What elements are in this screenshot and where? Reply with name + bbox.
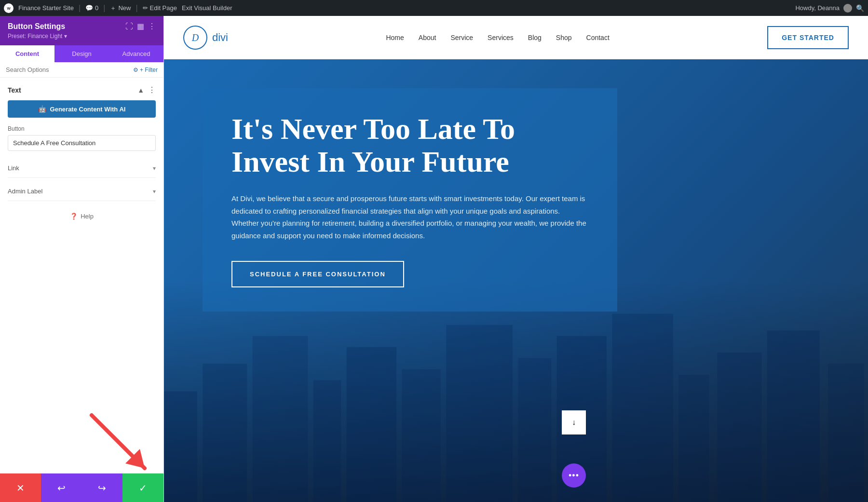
- svg-rect-11: [518, 358, 551, 502]
- filter-button[interactable]: ⚙ + Filter: [133, 67, 158, 73]
- redo-button[interactable]: ↪: [82, 474, 123, 502]
- ai-icon: 🤖: [38, 105, 46, 113]
- hero-description: At Divi, we believe that a secure and pr…: [231, 192, 588, 242]
- undo-button[interactable]: ↩: [41, 474, 82, 502]
- cancel-button[interactable]: ✕: [0, 474, 41, 502]
- panel-header: Button Settings ⛶ ▦ ⋮ Preset: Finance Li…: [0, 16, 163, 45]
- nav-services[interactable]: Services: [488, 34, 514, 41]
- more-options-icon[interactable]: ⋮: [148, 22, 156, 31]
- button-input-group: Button: [8, 125, 156, 151]
- comments-link[interactable]: 💬 0: [85, 4, 98, 12]
- help-section[interactable]: ❓ Help: [8, 205, 156, 228]
- site-name-link[interactable]: Finance Starter Site: [18, 4, 74, 12]
- admin-label-section: Admin Label ▾: [8, 182, 156, 201]
- right-content: D divi Home About Service Services Blog …: [164, 16, 868, 502]
- panel-title-row: Button Settings ⛶ ▦ ⋮: [8, 22, 156, 31]
- nav-home[interactable]: Home: [386, 34, 404, 41]
- admin-label-title: Admin Label: [8, 188, 42, 195]
- svg-text:W: W: [7, 6, 11, 10]
- text-section-header: Text ▲ ⋮: [8, 85, 156, 95]
- nav-shop[interactable]: Shop: [556, 34, 572, 41]
- edit-page-link[interactable]: ✏ Edit Page: [143, 4, 177, 12]
- columns-icon[interactable]: ▦: [137, 22, 144, 31]
- panel-icons: ⛶ ▦ ⋮: [125, 22, 156, 31]
- nav-contact[interactable]: Contact: [586, 34, 610, 41]
- logo-circle: D: [183, 26, 207, 50]
- buildings-decoration: [164, 281, 868, 502]
- svg-rect-15: [718, 353, 762, 502]
- svg-rect-6: [253, 336, 308, 502]
- new-link[interactable]: ＋ New: [110, 4, 131, 13]
- hero-cta-button[interactable]: SCHEDULE A FREE CONSULTATION: [231, 261, 404, 287]
- pencil-icon: ✏: [143, 4, 148, 12]
- fullscreen-icon[interactable]: ⛶: [125, 22, 133, 31]
- svg-rect-10: [446, 325, 513, 502]
- search-input[interactable]: [6, 66, 129, 73]
- tab-advanced[interactable]: Advanced: [109, 45, 163, 62]
- tab-design[interactable]: Design: [54, 45, 109, 62]
- chevron-down-icon-2: ▾: [153, 188, 156, 195]
- text-section-title: Text: [8, 86, 21, 94]
- panel-search: ⚙ + Filter: [0, 62, 163, 78]
- link-section-title: Link: [8, 164, 19, 172]
- link-section-header[interactable]: Link ▾: [8, 159, 156, 177]
- scroll-down-button[interactable]: ↓: [562, 410, 586, 434]
- button-input-label: Button: [8, 125, 156, 132]
- tab-content[interactable]: Content: [0, 45, 54, 62]
- svg-rect-8: [347, 347, 396, 502]
- help-icon: ❓: [70, 213, 78, 220]
- purple-dots-button[interactable]: •••: [562, 463, 586, 488]
- svg-rect-14: [678, 375, 709, 502]
- svg-rect-13: [612, 314, 673, 502]
- hero-title: It's Never Too Late To Invest In Your Fu…: [231, 112, 588, 178]
- svg-rect-4: [164, 392, 197, 502]
- admin-label-section-header[interactable]: Admin Label ▾: [8, 182, 156, 201]
- exit-builder-link[interactable]: Exit Visual Builder: [182, 4, 232, 12]
- howdy-text: Howdy, Deanna: [795, 4, 840, 12]
- hero-content: It's Never Too Late To Invest In Your Fu…: [203, 88, 617, 312]
- button-text-input[interactable]: [8, 135, 156, 151]
- panel-bottom: ✕ ↩ ↪ ✓: [0, 473, 163, 502]
- hero-section: It's Never Too Late To Invest In Your Fu…: [164, 59, 868, 502]
- plus-icon: ＋: [110, 4, 116, 13]
- wordpress-logo[interactable]: W: [4, 3, 14, 13]
- user-avatar[interactable]: [843, 4, 852, 13]
- admin-bar: W Finance Starter Site | 💬 0 | ＋ New | ✏…: [0, 0, 868, 16]
- admin-bar-right: Howdy, Deanna 🔍: [795, 4, 864, 13]
- svg-rect-7: [313, 380, 341, 502]
- section-controls: ▲ ⋮: [137, 85, 156, 95]
- nav-service[interactable]: Service: [450, 34, 473, 41]
- panel-title: Button Settings: [8, 22, 65, 31]
- link-section: Link ▾: [8, 159, 156, 178]
- save-button[interactable]: ✓: [122, 474, 163, 502]
- section-more-button[interactable]: ⋮: [148, 85, 156, 95]
- left-panel: Button Settings ⛶ ▦ ⋮ Preset: Finance Li…: [0, 16, 164, 502]
- collapse-button[interactable]: ▲: [137, 86, 144, 94]
- site-logo: D divi: [183, 26, 228, 50]
- main-container: Button Settings ⛶ ▦ ⋮ Preset: Finance Li…: [0, 16, 868, 502]
- chevron-down-icon: ▾: [153, 165, 156, 172]
- arrow-down-icon: ↓: [572, 418, 576, 427]
- nav-about[interactable]: About: [419, 34, 436, 41]
- website-preview: D divi Home About Service Services Blog …: [164, 16, 868, 502]
- logo-name: divi: [212, 31, 228, 44]
- admin-bar-left: W Finance Starter Site | 💬 0 | ＋ New | ✏…: [4, 3, 789, 13]
- search-icon[interactable]: 🔍: [856, 4, 864, 12]
- site-nav: D divi Home About Service Services Blog …: [164, 16, 868, 59]
- filter-icon: ⚙: [133, 67, 138, 73]
- panel-preset[interactable]: Preset: Finance Light ▾: [8, 33, 156, 40]
- svg-rect-17: [828, 364, 864, 502]
- panel-tabs: Content Design Advanced: [0, 45, 163, 62]
- nav-blog[interactable]: Blog: [528, 34, 542, 41]
- svg-rect-5: [203, 364, 247, 502]
- panel-content: Text ▲ ⋮ 🤖 Generate Content With AI Butt…: [0, 78, 163, 473]
- svg-rect-16: [767, 330, 820, 502]
- dots-icon: •••: [569, 471, 579, 481]
- svg-rect-9: [402, 369, 440, 502]
- generate-ai-button[interactable]: 🤖 Generate Content With AI: [8, 100, 156, 118]
- comments-icon: 💬: [85, 4, 93, 12]
- nav-links: Home About Service Services Blog Shop Co…: [386, 34, 609, 41]
- get-started-button[interactable]: GET STARTED: [767, 26, 849, 49]
